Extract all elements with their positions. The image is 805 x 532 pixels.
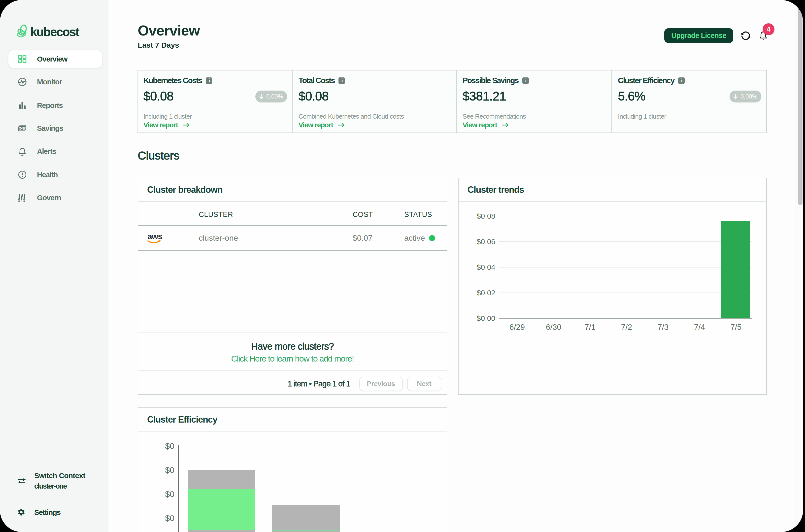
svg-text:aws: aws [148, 232, 162, 241]
